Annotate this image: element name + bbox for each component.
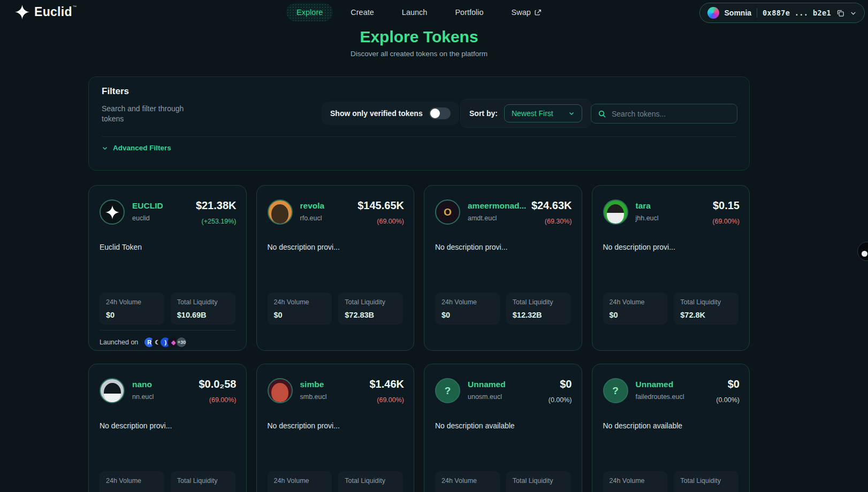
sparkle-icon (105, 205, 119, 219)
token-name: Unnamed (636, 380, 684, 389)
token-stats: 24h Volume Total Liquidity (100, 471, 235, 492)
token-name: revola (300, 201, 325, 211)
token-name: tara (636, 201, 659, 211)
token-card[interactable]: nano nn.eucl $0.0₂58 (69.00%) No descrip… (88, 364, 247, 492)
liquidity-stat: Total Liquidity (674, 471, 738, 492)
liquidity-value (513, 489, 565, 492)
token-avatar (603, 199, 628, 225)
token-card[interactable]: tara jhh.eucl $0.15 (69.00%) No descript… (592, 185, 750, 351)
token-name: nano (132, 380, 154, 389)
token-symbol: jhh.eucl (636, 214, 659, 222)
token-card-header: O ameermonad... amdt.eucl $24.63K (69.30… (435, 199, 572, 225)
token-avatar (100, 378, 125, 403)
nav-item-explore[interactable]: Explore (286, 3, 333, 21)
avatar-art (271, 383, 288, 402)
wallet-button[interactable]: Somnia 0x887e ... b2e1 (699, 3, 865, 23)
volume-label: 24h Volume (610, 298, 661, 306)
token-avatar (100, 199, 125, 225)
sort-select[interactable]: Newest First (504, 104, 582, 122)
brand-logo[interactable]: Euclid™ (15, 5, 77, 19)
token-card[interactable]: revola rfo.eucl $145.65K (69.00%) No des… (256, 185, 415, 351)
token-identity: Unnamed unosm.eucl (468, 378, 506, 401)
token-price-block: $1.46K (69.00%) (370, 378, 405, 404)
token-description: No description provi... (603, 243, 739, 251)
liquidity-stat: Total Liquidity (171, 471, 235, 492)
token-stats: 24h Volume $0 Total Liquidity $72.83B (268, 293, 403, 325)
token-change: (+253.19%) (196, 218, 237, 225)
avatar-art (271, 204, 288, 224)
nav-item-portfolio[interactable]: Portfolio (445, 3, 493, 21)
volume-label: 24h Volume (274, 298, 326, 306)
search-input[interactable] (612, 110, 730, 118)
token-identity: EUCLID euclid (132, 199, 163, 222)
token-price-block: $145.65K (69.00%) (357, 199, 404, 225)
token-price: $1.46K (370, 378, 405, 390)
volume-value (441, 489, 493, 492)
filters-subheading: Search and filter through tokens (102, 104, 193, 124)
token-description: No description available (603, 421, 739, 430)
platforms-more-badge: +30 (176, 336, 187, 348)
verified-toggle[interactable] (429, 107, 451, 119)
nav-item-swap[interactable]: Swap (501, 3, 552, 21)
token-stats: 24h Volume $0 Total Liquidity $10.69B (100, 293, 235, 325)
token-card[interactable]: ? Unnamed failedroutes.eucl $0 (0.00%) N… (592, 364, 750, 492)
token-change: (69.00%) (712, 218, 740, 225)
liquidity-label: Total Liquidity (513, 477, 565, 485)
token-description: No description provi... (435, 243, 571, 251)
launch-platform-icons: R☾)◆+30 (143, 336, 187, 348)
liquidity-value: $72.8K (680, 311, 732, 319)
token-symbol: amdt.eucl (468, 214, 526, 222)
token-card[interactable]: EUCLID euclid $21.38K (+253.19%) Euclid … (88, 185, 247, 351)
nav-item-create[interactable]: Create (340, 3, 384, 21)
chevron-down-icon[interactable] (850, 10, 857, 17)
token-price: $24.63K (531, 199, 572, 212)
token-symbol: rfo.eucl (300, 214, 325, 222)
toggle-knob (430, 109, 440, 118)
launched-on-label: Launched on (100, 339, 138, 346)
sort-selected-value: Newest First (512, 109, 553, 118)
verified-filter-group: Show only verified tokens (322, 102, 459, 125)
token-price-block: $0.0₂58 (69.00%) (199, 378, 236, 404)
token-card[interactable]: ? Unnamed unosm.eucl $0 (0.00%) No descr… (424, 364, 582, 492)
token-avatar (268, 199, 293, 225)
euclid-star-icon (15, 5, 29, 19)
advanced-filters-toggle[interactable]: Advanced Filters (102, 144, 171, 152)
sort-group: Sort by: Newest First (460, 99, 591, 128)
liquidity-value: $10.69B (177, 311, 229, 319)
token-name: ameermonad... (468, 201, 526, 211)
token-stats: 24h Volume $0 Total Liquidity $72.8K (603, 293, 739, 325)
volume-stat: 24h Volume (435, 471, 500, 492)
token-card-header: ? Unnamed failedroutes.eucl $0 (0.00%) (603, 378, 740, 404)
token-avatar: ? (603, 378, 628, 403)
copy-address-icon[interactable] (836, 9, 844, 17)
avatar-glyph: O (444, 206, 452, 218)
volume-stat: 24h Volume (603, 471, 668, 492)
token-card-header: EUCLID euclid $21.38K (+253.19%) (100, 199, 237, 225)
token-avatar: ? (435, 378, 460, 403)
liquidity-label: Total Liquidity (345, 477, 397, 485)
token-name: Unnamed (468, 380, 506, 389)
volume-stat: 24h Volume (100, 471, 164, 492)
volume-value: $0 (441, 311, 493, 319)
liquidity-stat: Total Liquidity (506, 471, 571, 492)
token-card-header: nano nn.eucl $0.0₂58 (69.00%) (100, 378, 237, 404)
token-identity: simbe smb.eucl (300, 378, 327, 401)
token-card[interactable]: O ameermonad... amdt.eucl $24.63K (69.30… (424, 185, 582, 351)
liquidity-label: Total Liquidity (345, 298, 397, 306)
floating-widget-button[interactable] (857, 242, 868, 261)
avatar-art (104, 383, 121, 402)
liquidity-value (177, 489, 229, 492)
volume-label: 24h Volume (106, 477, 158, 485)
nav-item-launch[interactable]: Launch (392, 3, 438, 21)
liquidity-value (680, 489, 732, 492)
token-description: No description available (435, 421, 571, 430)
token-price: $0 (716, 378, 740, 390)
filters-panel: Filters Search and filter through tokens… (88, 76, 750, 171)
token-grid: EUCLID euclid $21.38K (+253.19%) Euclid … (88, 185, 750, 492)
avatar-glyph: ? (612, 385, 619, 397)
token-card[interactable]: simbe smb.eucl $1.46K (69.00%) No descri… (256, 364, 415, 492)
chevron-down-icon (102, 145, 108, 151)
token-identity: nano nn.eucl (132, 378, 154, 401)
volume-label: 24h Volume (274, 477, 326, 485)
token-avatar: O (435, 199, 460, 225)
